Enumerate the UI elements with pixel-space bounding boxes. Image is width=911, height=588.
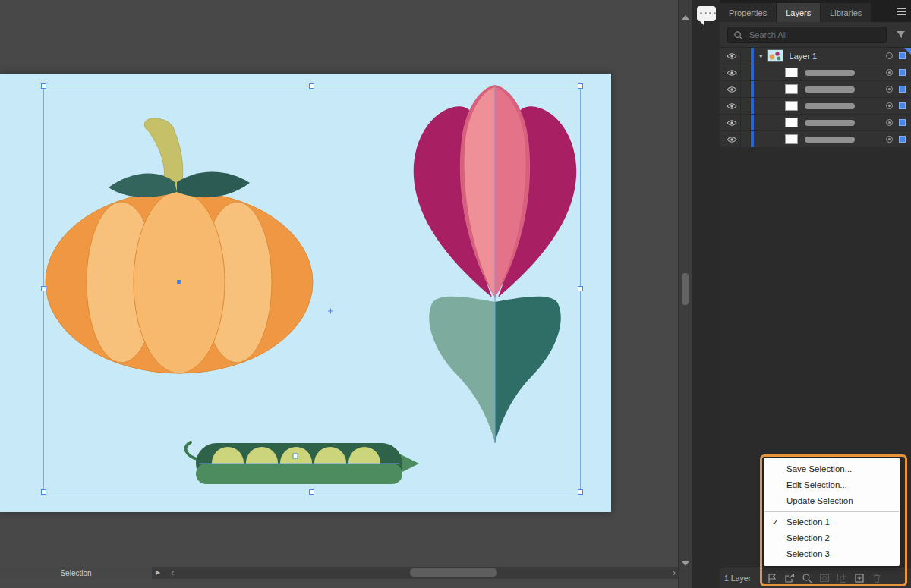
sublayer-thumbnail[interactable] <box>785 118 798 127</box>
selection-indicator-square[interactable] <box>899 102 906 109</box>
lock-cell[interactable] <box>741 48 751 64</box>
layer-thumbnail[interactable] <box>767 49 783 62</box>
selection-handle[interactable] <box>578 489 583 495</box>
sublayer-name-placeholder <box>805 70 855 76</box>
sublayer-name-placeholder <box>805 137 855 143</box>
selection-handle[interactable] <box>309 489 314 495</box>
eye-icon[interactable] <box>727 86 737 93</box>
sublayer-thumbnail[interactable] <box>785 84 798 94</box>
scroll-right-icon[interactable]: › <box>673 568 676 578</box>
menu-item-selection-3[interactable]: Selection 3 <box>764 546 900 562</box>
target-circle-icon[interactable] <box>886 86 893 93</box>
flag-icon[interactable] <box>767 573 777 583</box>
chevron-down-icon[interactable]: ▾ <box>759 52 763 60</box>
sublayer-row[interactable] <box>720 64 911 81</box>
menu-item-update-selection[interactable]: Update Selection <box>764 493 900 509</box>
share-icon[interactable] <box>784 573 795 583</box>
clipping-mask-icon[interactable] <box>819 573 830 583</box>
menu-item-save-selection[interactable]: Save Selection... <box>764 461 900 477</box>
comment-dots <box>700 12 716 14</box>
target-circle-icon[interactable] <box>886 136 893 143</box>
vertical-scrollbar-thumb[interactable] <box>682 273 689 305</box>
new-sublayer-icon[interactable] <box>837 573 847 583</box>
layer-row-layer1[interactable]: ▾ Layer 1 <box>720 48 911 64</box>
tab-libraries[interactable]: Libraries <box>821 3 871 22</box>
layer-list: ▾ Layer 1 <box>720 48 911 148</box>
menu-item-selection-1[interactable]: ✓ Selection 1 <box>764 514 900 530</box>
tab-properties[interactable]: Properties <box>720 3 776 22</box>
lock-cell[interactable] <box>741 98 751 114</box>
artboard[interactable] <box>0 74 611 512</box>
lock-cell[interactable] <box>741 131 751 147</box>
eye-icon[interactable] <box>727 52 737 60</box>
layer-name[interactable]: Layer 1 <box>790 52 818 61</box>
comment-icon[interactable] <box>697 6 716 21</box>
scroll-down-icon[interactable] <box>682 561 689 566</box>
scroll-left-icon[interactable]: ‹ <box>171 568 174 578</box>
visibility-cell[interactable] <box>720 48 741 64</box>
layers-footer: 1 Layer <box>720 568 911 588</box>
selection-bounding-box[interactable] <box>43 86 581 492</box>
sublayer-row[interactable] <box>720 131 911 148</box>
filter-icon[interactable] <box>896 30 906 39</box>
delete-icon[interactable] <box>872 573 882 583</box>
sublayer-thumbnail[interactable] <box>785 134 798 144</box>
target-circle-icon[interactable] <box>886 69 893 76</box>
selection-handle[interactable] <box>578 286 583 291</box>
sublayer-row[interactable] <box>720 115 911 131</box>
status-bar: Selection ▶ ‹ › <box>0 567 678 579</box>
target-circle-icon[interactable] <box>886 102 893 109</box>
sublayer-thumbnail[interactable] <box>785 68 798 77</box>
sublayer-row[interactable] <box>720 81 911 98</box>
visibility-cell[interactable] <box>720 131 741 147</box>
layer-count: 1 Layer <box>724 574 751 583</box>
selection-indicator-square[interactable] <box>899 69 906 76</box>
check-icon: ✓ <box>772 514 778 530</box>
selected-art-indicator <box>904 48 911 55</box>
selection-indicator-square[interactable] <box>899 136 906 143</box>
lock-cell[interactable] <box>741 115 751 130</box>
selection-context-menu: Save Selection... Edit Selection... Upda… <box>764 458 900 566</box>
visibility-cell[interactable] <box>720 81 741 97</box>
menu-item-edit-selection[interactable]: Edit Selection... <box>764 477 900 493</box>
tab-layers[interactable]: Layers <box>777 3 820 22</box>
layer-color-bar <box>751 131 754 147</box>
lock-cell[interactable] <box>741 64 751 80</box>
scroll-up-icon[interactable] <box>682 15 689 20</box>
eye-icon[interactable] <box>727 119 737 127</box>
panel-menu-icon[interactable] <box>897 8 906 15</box>
selection-handle[interactable] <box>41 286 46 291</box>
status-expand-icon[interactable]: ▶ <box>156 567 160 579</box>
selection-handle[interactable] <box>41 83 46 89</box>
selection-handle[interactable] <box>41 489 46 495</box>
search-box[interactable] <box>727 27 887 43</box>
new-layer-icon[interactable] <box>854 573 865 583</box>
selection-indicator-square[interactable] <box>899 119 906 126</box>
layer-color-bar <box>751 48 754 64</box>
panel-tab-bar: Properties Layers Libraries <box>720 0 911 22</box>
lock-cell[interactable] <box>741 81 751 97</box>
sublayer-thumbnail[interactable] <box>785 101 798 111</box>
locate-object-icon[interactable] <box>802 573 812 583</box>
target-circle-icon[interactable] <box>886 52 893 59</box>
search-input[interactable] <box>748 30 881 40</box>
eye-icon[interactable] <box>727 102 737 110</box>
visibility-cell[interactable] <box>720 115 741 130</box>
canvas-area[interactable]: Selection ▶ ‹ › <box>0 0 678 588</box>
layer-color-bar <box>751 115 754 130</box>
selection-indicator-square[interactable] <box>899 86 906 93</box>
menu-item-selection-2[interactable]: Selection 2 <box>764 530 900 546</box>
search-icon <box>733 30 743 40</box>
sublayer-row[interactable] <box>720 98 911 115</box>
status-mode[interactable]: Selection <box>0 567 152 579</box>
selection-handle[interactable] <box>578 83 583 89</box>
layer-color-bar <box>751 98 754 114</box>
horizontal-scrollbar-thumb[interactable] <box>410 568 497 577</box>
eye-icon[interactable] <box>727 69 737 77</box>
target-circle-icon[interactable] <box>886 119 893 126</box>
visibility-cell[interactable] <box>720 98 741 114</box>
visibility-cell[interactable] <box>720 64 741 80</box>
vertical-scrollbar[interactable] <box>678 0 692 588</box>
selection-handle[interactable] <box>309 83 314 89</box>
eye-icon[interactable] <box>727 136 737 143</box>
